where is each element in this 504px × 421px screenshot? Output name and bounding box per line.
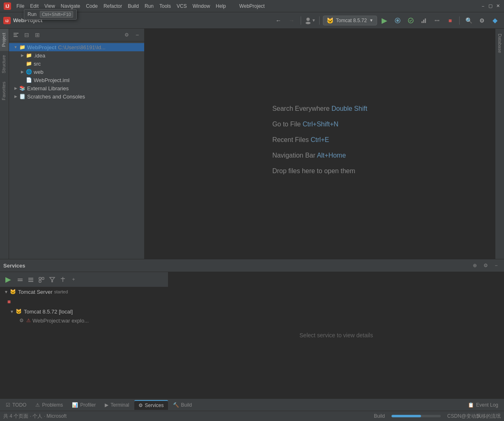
event-log-tab[interactable]: 📋 Event Log [464,400,502,410]
services-minimize-button[interactable]: − [492,261,501,270]
database-tab[interactable]: Database [497,30,503,56]
svg-text:IJ: IJ [5,19,9,23]
collapse-all-button[interactable]: ⊟ [22,30,31,39]
profile-button[interactable] [418,15,430,26]
structure-tab-vertical[interactable]: Structure [0,51,9,78]
expand-all-button[interactable]: ⊞ [33,30,42,39]
scratches-icon: 🗒️ [19,93,25,100]
services-filter-button[interactable] [48,275,57,284]
tomcat-server-arrow[interactable]: ▼ [4,290,8,294]
svc-stop-button[interactable]: ■ [3,297,15,306]
todo-icon: ☑ [6,402,10,408]
services-expand-all[interactable] [26,275,35,284]
svg-point-4 [306,18,310,21]
project-panel: ⊟ ⊞ ⚙ − ▼ 📁 WebProject C:\Users\86191\Id… [9,29,145,259]
account-icon[interactable]: ▼ [304,15,316,26]
navigate-forward-button[interactable]: → [286,15,297,26]
minimize-button[interactable]: − [480,3,486,9]
tree-iml-item[interactable]: ▶ 📄 WebProject.iml [9,76,144,84]
menu-edit[interactable]: Edit [28,2,41,10]
menu-help[interactable]: Help [213,2,228,10]
build-label: Build [181,402,192,408]
menu-code[interactable]: Code [83,2,100,10]
svc-tomcat-server-item[interactable]: ▼ 🐱 Tomcat Server started [0,287,168,296]
project-panel-toolbar: ⊟ ⊞ ⚙ − [9,29,144,41]
debug-button[interactable] [392,15,403,26]
services-collapse-all[interactable] [16,275,25,284]
hint-nav-bar-text: Navigation Bar [272,152,317,159]
todo-tab[interactable]: ☑ TODO [2,400,30,410]
tree-src-item[interactable]: ▶ 📁 src [9,59,144,68]
tree-ext-libs-item[interactable]: ▶ 📚 External Libraries [9,84,144,92]
hint-drop-files: Drop files here to open them [272,167,367,175]
coverage-button[interactable] [405,15,417,26]
tomcat-instance-arrow[interactable]: ▼ [10,309,14,314]
services-settings-button[interactable]: ⚙ [481,261,490,270]
close-button[interactable]: ✕ [495,3,501,9]
svg-rect-16 [14,34,17,35]
tree-root-item[interactable]: ▼ 📁 WebProject C:\Users\86191\Id... [9,43,144,51]
services-label: Services [145,403,164,408]
svg-rect-9 [421,21,423,23]
idea-folder-icon: 📁 [25,52,32,59]
hint-search-text: Search Everywhere [272,105,331,112]
search-everywhere-button[interactable]: 🔍 [463,15,474,26]
scratches-arrow[interactable]: ▶ [12,93,19,100]
status-build-label: Build [374,413,385,419]
root-collapse-arrow[interactable]: ▼ [12,44,19,50]
menu-run[interactable]: Run [142,2,156,10]
menu-file[interactable]: File [14,2,27,10]
tree-idea-item[interactable]: ▶ 📁 .idea [9,51,144,59]
project-tab-vertical[interactable]: Project [0,29,9,51]
menu-build[interactable]: Build [125,2,141,10]
tree-web-item[interactable]: ▶ 🌐 web [9,68,144,76]
tomcat-server-status: started [54,289,68,294]
services-toolbar: ▶ + [0,272,168,287]
menu-vcs[interactable]: VCS [174,2,189,10]
more-run-actions-button[interactable] [431,15,443,26]
panel-close-button[interactable]: − [133,30,142,39]
services-pin-button[interactable] [58,275,67,284]
jetbrains-updates-icon[interactable]: ◆ [489,15,501,26]
panel-settings-button[interactable]: ⚙ [122,30,131,39]
services-tab[interactable]: ⚙ Services [134,400,168,410]
war-label: WebProject:war explo... [32,318,89,324]
navigate-back-button[interactable]: ← [273,15,284,26]
svg-rect-10 [423,20,424,23]
services-panel-header: Services ⊕ ⚙ − [0,259,504,272]
iml-label: WebProject.iml [34,77,69,83]
services-run-button[interactable]: ▶ [2,274,14,285]
services-group-button[interactable] [37,275,46,284]
problems-tab[interactable]: ⚠ Problems [31,400,67,410]
favorites-tab-vertical[interactable]: Favorites [0,78,9,104]
profiler-icon: 📊 [72,402,78,408]
web-arrow[interactable]: ▶ [19,69,25,75]
services-add-button[interactable]: + [69,275,78,284]
terminal-label: Terminal [110,402,129,408]
status-bar: 共 4 个页面 · 个人 · Microsoft Build CSDN@变动飘移… [0,411,504,421]
settings-button[interactable]: ⚙ [476,15,488,26]
tree-scratches-item[interactable]: ▶ 🗒️ Scratches and Consoles [9,92,144,101]
svg-rect-25 [39,280,41,282]
ext-libs-arrow[interactable]: ▶ [12,85,19,92]
app-icon: IJ [3,2,12,10]
idea-arrow[interactable]: ▶ [19,52,25,59]
menu-view[interactable]: View [42,2,58,10]
restore-button[interactable]: ▢ [488,3,493,9]
build-tab[interactable]: 🔨 Build [169,400,196,410]
menu-window[interactable]: Window [190,2,213,10]
menu-tools[interactable]: Tools [157,2,173,10]
svc-war-item[interactable]: ⚙ ⚠ WebProject:war explo... [0,316,168,325]
scroll-from-source-button[interactable] [12,30,21,39]
stop-button[interactable]: ■ [444,15,456,26]
run-configuration-selector[interactable]: 🐱 Tomcat 8.5.72 ▼ [323,16,377,25]
run-button[interactable]: ▶ [379,15,390,26]
menu-navigate[interactable]: Navigate [58,2,83,10]
tomcat-instance-icon: 🐱 [16,308,22,315]
profiler-tab[interactable]: 📊 Profiler [68,400,100,410]
terminal-tab[interactable]: ▶ Terminal [101,400,133,410]
hint-recent-files-shortcut: Ctrl+E [311,136,329,143]
menu-refactor[interactable]: Refactor [101,2,124,10]
add-service-button[interactable]: ⊕ [470,261,479,270]
svc-tomcat-instance-item[interactable]: ▼ 🐱 Tomcat 8.5.72 [local] [0,307,168,316]
